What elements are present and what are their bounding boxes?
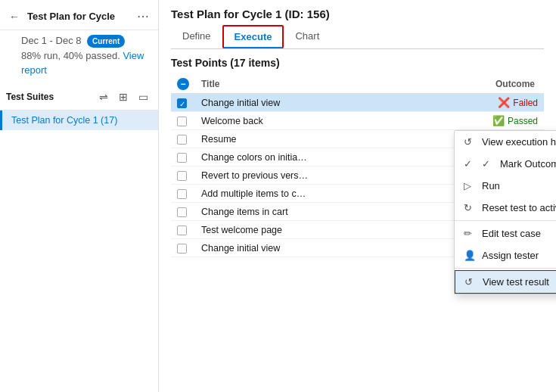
row-checkbox-cell — [171, 185, 195, 203]
row-checkbox[interactable] — [177, 117, 187, 126]
row-checkbox-cell — [171, 148, 195, 166]
row-checkbox-cell — [171, 166, 195, 185]
tab-execute[interactable]: Execute — [222, 25, 284, 48]
sidebar-dates: Dec 1 - Dec 8 Current — [21, 33, 151, 48]
row-checkbox[interactable] — [177, 135, 187, 145]
tab-chart[interactable]: Chart — [284, 25, 331, 48]
row-title: Change items in cart — [195, 203, 411, 221]
ctx-item-view-execution-history[interactable]: ↺View execution history — [455, 131, 556, 153]
ctx-item-label: Reset test to active — [482, 202, 556, 213]
result-icon: ↺ — [464, 276, 477, 288]
row-checkbox-cell — [171, 112, 195, 130]
ctx-checkmark: ✓ — [482, 158, 494, 170]
history-icon: ↺ — [464, 136, 476, 148]
col-checkbox: − — [171, 75, 195, 94]
outcome-badge-failed: ❌ Failed — [498, 97, 538, 108]
col-outcome-header: Outcome — [411, 75, 544, 94]
row-checkbox[interactable] — [177, 153, 187, 163]
suite-add-icon[interactable]: ⊞ — [115, 89, 132, 105]
ctx-separator — [455, 268, 556, 269]
sidebar-stats: 88% run, 40% passed. View report — [21, 48, 151, 78]
tab-define[interactable]: Define — [171, 25, 222, 48]
row-checkbox[interactable] — [177, 171, 187, 181]
ctx-item-label: Assign tester — [482, 250, 556, 261]
section-title: Test Points (17 items) — [171, 57, 544, 69]
main-header: Test Plan for Cycle 1 (ID: 156) Define E… — [159, 0, 556, 49]
row-title: Revert to previous vers… — [195, 166, 411, 185]
row-title: Resume — [195, 130, 411, 148]
table-header-row: − Title Outcome — [171, 75, 544, 94]
suite-item[interactable]: Test Plan for Cycle 1 (17) — [0, 110, 158, 130]
assign-icon: 👤 — [464, 250, 476, 261]
row-checkbox-cell: ✓ — [171, 94, 195, 112]
row-checkbox-cell — [171, 239, 195, 257]
edit-icon: ✏ — [464, 228, 476, 239]
ctx-item-label: View execution history — [482, 136, 556, 148]
sidebar: ← Test Plan for Cycle ⋯ Dec 1 - Dec 8 Cu… — [0, 0, 159, 392]
outcome-badge-passed: ✅ Passed — [492, 115, 538, 126]
back-button[interactable]: ← — [6, 9, 23, 24]
main-panel: Test Plan for Cycle 1 (ID: 156) Define E… — [159, 0, 556, 392]
row-checkbox-cell — [171, 203, 195, 221]
row-checkbox-cell — [171, 130, 195, 148]
row-title: Change initial view — [195, 94, 411, 112]
ctx-item-run[interactable]: ▷Run› — [455, 175, 556, 197]
row-title: Add multiple items to c… — [195, 185, 411, 203]
ctx-item-label: Run — [482, 180, 556, 191]
test-suites-bar: Test Suites ⇌ ⊞ ▭ — [0, 84, 158, 110]
ctx-item-reset-test-to-active[interactable]: ↻Reset test to active — [455, 197, 556, 219]
sidebar-title: Test Plan for Cycle — [27, 11, 129, 22]
current-badge: Current — [87, 35, 125, 48]
row-checkbox[interactable] — [177, 244, 187, 254]
run-icon: ▷ — [464, 180, 476, 191]
row-checkbox[interactable]: ✓ — [177, 98, 187, 108]
table-row[interactable]: Welcome back✅ Passed — [171, 112, 544, 130]
ctx-separator — [455, 220, 556, 221]
row-outcome: ✅ Passed — [411, 112, 544, 130]
ctx-item-label: View test result — [483, 276, 556, 288]
sidebar-meta: Dec 1 - Dec 8 Current 88% run, 40% passe… — [0, 30, 158, 84]
reset-icon: ↻ — [464, 202, 476, 213]
row-checkbox[interactable] — [177, 189, 187, 199]
ctx-item-view-test-result[interactable]: ↺View test result — [455, 270, 556, 294]
suite-collapse-icon[interactable]: ▭ — [135, 89, 152, 105]
ctx-item-label: Edit test case — [482, 228, 556, 239]
row-title: Test welcome page — [195, 221, 411, 239]
tabs: Define Execute Chart — [171, 25, 544, 49]
context-menu: ↺View execution history✓✓Mark Outcome›▷R… — [454, 130, 556, 294]
select-all-checkbox[interactable]: − — [177, 78, 189, 90]
table-row[interactable]: ✓Change initial view❌ Failed — [171, 94, 544, 112]
row-title: Welcome back — [195, 112, 411, 130]
ctx-item-assign-tester[interactable]: 👤Assign tester› — [455, 244, 556, 266]
check-icon: ✓ — [464, 158, 476, 170]
sidebar-header: ← Test Plan for Cycle ⋯ — [0, 0, 158, 30]
row-outcome: ❌ Failed — [411, 94, 544, 112]
ctx-item-edit-test-case[interactable]: ✏Edit test case — [455, 222, 556, 244]
suite-hierarchy-icon[interactable]: ⇌ — [95, 89, 112, 105]
ctx-item-mark-outcome[interactable]: ✓✓Mark Outcome› — [455, 153, 556, 175]
row-checkbox[interactable] — [177, 207, 187, 217]
test-suites-label: Test Suites — [6, 92, 92, 102]
sidebar-more-button[interactable]: ⋯ — [134, 8, 152, 25]
page-title: Test Plan for Cycle 1 (ID: 156) — [171, 8, 544, 20]
row-checkbox[interactable] — [177, 226, 187, 235]
row-checkbox-cell — [171, 221, 195, 239]
col-title-header: Title — [195, 75, 411, 94]
ctx-item-label: Mark Outcome — [500, 158, 556, 170]
row-title: Change colors on initia… — [195, 148, 411, 166]
row-title: Change initial view — [195, 239, 411, 257]
